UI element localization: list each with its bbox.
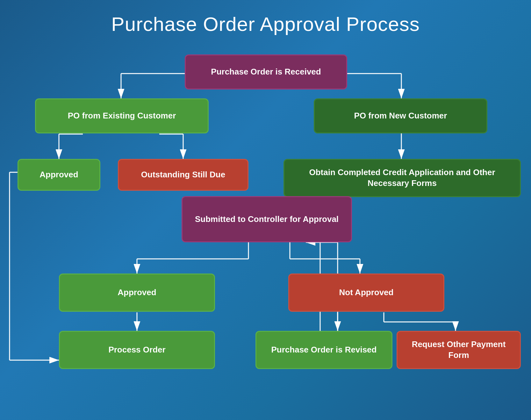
diagram-area: Purchase Order is Received PO from Exist… [0,45,531,420]
not-approved-box: Not Approved [288,274,444,312]
po-received-box: Purchase Order is Received [185,54,347,89]
submitted-controller-box: Submitted to Controller for Approval [182,196,352,242]
po-existing-customer-box: PO from Existing Customer [35,98,209,133]
po-revised-box: Purchase Order is Revised [255,331,392,369]
process-order-box: Process Order [59,331,215,369]
obtain-credit-box: Obtain Completed Credit Application and … [283,159,521,197]
page-title: Purchase Order Approval Process [0,0,531,45]
po-new-customer-box: PO from New Customer [314,98,487,133]
approved-box-1: Approved [18,159,100,191]
outstanding-still-due-box: Outstanding Still Due [118,159,248,191]
request-payment-box: Request Other Payment Form [397,331,521,369]
approved-box-2: Approved [59,274,215,312]
